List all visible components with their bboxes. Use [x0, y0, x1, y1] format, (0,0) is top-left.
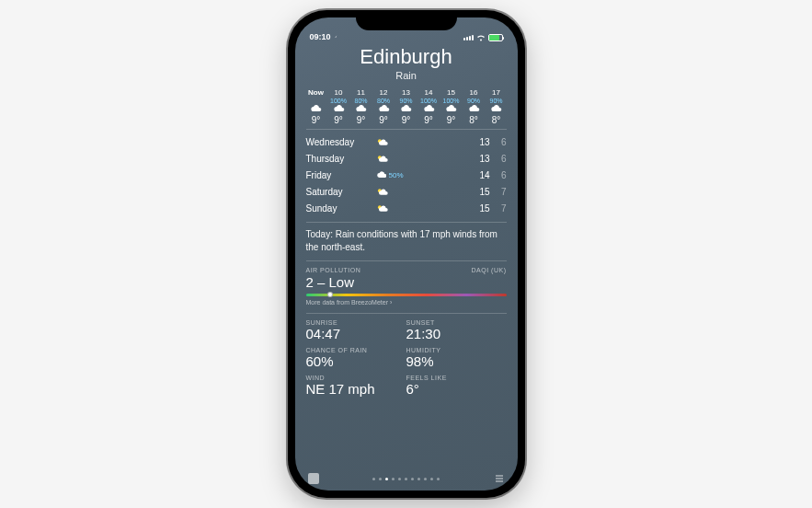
day-low: 6: [490, 170, 507, 180]
weather-icon: [376, 138, 388, 146]
today-summary: Today: Rain conditions with 17 mph winds…: [306, 228, 507, 253]
hour-temp: 9°: [357, 115, 366, 125]
day-name: Saturday: [306, 187, 376, 197]
hourly-item: 1390%9°: [396, 88, 417, 125]
aq-more-link[interactable]: More data from BreezoMeter ›: [306, 299, 507, 306]
hour-temp: 9°: [447, 115, 456, 125]
metric-wind: WIND NE 17 mph: [306, 375, 406, 397]
day-icon: 50%: [376, 171, 404, 179]
page-dot[interactable]: [385, 478, 388, 480]
page-dots[interactable]: [372, 478, 440, 480]
daily-row: Sunday157: [306, 200, 507, 216]
page-dot[interactable]: [411, 478, 414, 480]
day-high: 15: [472, 187, 490, 197]
metric-label: WIND: [306, 375, 406, 381]
cloud-rain-icon: [400, 105, 412, 113]
daily-forecast[interactable]: Wednesday136Thursday136Friday50%146Satur…: [306, 133, 507, 223]
hourly-item: 1690%8°: [463, 88, 484, 125]
metric-feels-like: FEELS LIKE 6°: [406, 375, 507, 397]
screen: 09:10 Edinburgh Rain Now 9°10100%9°1180%…: [295, 17, 518, 491]
page-dot[interactable]: [417, 478, 420, 480]
cloud-rain-icon: [333, 105, 345, 113]
day-name: Wednesday: [306, 137, 376, 147]
day-icon: [376, 138, 404, 146]
hourly-item: 14100%9°: [418, 88, 439, 125]
location-arrow-icon: [333, 35, 337, 40]
page-dot[interactable]: [430, 478, 433, 480]
condition-text: Rain: [306, 70, 507, 81]
metric-label: SUNRISE: [306, 319, 406, 326]
hour-precip: 90%: [489, 98, 502, 104]
day-icon: [376, 204, 404, 213]
page-dot[interactable]: [392, 478, 395, 480]
page-dot[interactable]: [398, 478, 401, 480]
day-name: Friday: [306, 170, 376, 180]
current-location-dot: [372, 478, 375, 480]
hour-time: 16: [470, 88, 478, 97]
weather-content[interactable]: Edinburgh Rain Now 9°10100%9°1180%9°1280…: [295, 43, 518, 474]
aq-value: 2 – Low: [306, 274, 507, 290]
day-low: 6: [490, 137, 507, 147]
day-low: 7: [490, 203, 507, 214]
hour-time: 12: [380, 88, 388, 97]
cloud-rain-icon: [490, 105, 502, 113]
hourly-item: Now 9°: [306, 88, 326, 125]
page-dot[interactable]: [405, 478, 407, 480]
hour-precip: 90%: [467, 98, 480, 104]
metric-value: NE 17 mph: [306, 381, 406, 397]
daily-row: Saturday157: [306, 183, 507, 200]
wifi-icon: [476, 34, 486, 41]
metric-label: FEELS LIKE: [406, 375, 507, 381]
day-low: 6: [490, 154, 507, 164]
hour-time: 13: [402, 88, 410, 97]
hour-precip: 80%: [354, 98, 367, 104]
metric-chance-of-rain: CHANCE OF RAIN 60%: [306, 347, 406, 369]
cloud-rain-icon: [355, 105, 367, 113]
hour-time: 10: [335, 88, 343, 97]
svg-rect-4: [308, 473, 319, 484]
hour-temp: 9°: [334, 115, 343, 125]
hour-time: 14: [425, 88, 433, 97]
day-icon: [376, 155, 404, 163]
page-dot[interactable]: [379, 478, 382, 480]
aq-label: AIR POLLUTION: [306, 267, 361, 273]
status-right: [463, 34, 503, 41]
weather-channel-button[interactable]: [308, 473, 319, 484]
metrics-grid: SUNRISE 04:47 SUNSET 21:30 CHANCE OF RAI…: [306, 313, 507, 397]
daily-row: Friday50%146: [306, 167, 507, 183]
page-dot[interactable]: [424, 478, 427, 480]
metric-humidity: HUMIDITY 98%: [406, 347, 507, 369]
status-time: 09:10: [310, 32, 341, 41]
day-icon: [376, 188, 404, 196]
hour-time: 17: [492, 88, 500, 97]
aq-marker: [327, 292, 333, 297]
locations-list-button[interactable]: [494, 473, 505, 484]
daily-row: Thursday136: [306, 150, 507, 167]
hour-precip: 100%: [330, 98, 347, 104]
metric-value: 98%: [406, 353, 507, 369]
weather-icon: [376, 155, 388, 163]
hourly-item: 15100%9°: [441, 88, 462, 125]
weather-icon: [376, 171, 387, 179]
phone-frame: 09:10 Edinburgh Rain Now 9°10100%9°1180%…: [288, 10, 525, 498]
metric-label: HUMIDITY: [406, 347, 507, 353]
metric-value: 6°: [406, 381, 507, 397]
day-precip: 50%: [388, 171, 403, 179]
aq-standard: DAQI (UK): [472, 267, 507, 273]
metric-value: 04:47: [306, 326, 406, 341]
cloud-rain-icon: [378, 105, 390, 113]
battery-icon: [488, 34, 503, 41]
day-high: 13: [472, 137, 490, 147]
cloud-rain-icon: [468, 105, 480, 113]
air-quality-block[interactable]: AIR POLLUTION DAQI (UK) 2 – Low More dat…: [306, 260, 507, 306]
location-header: Edinburgh Rain: [306, 45, 507, 81]
metric-value: 60%: [306, 353, 406, 369]
day-name: Thursday: [306, 154, 376, 164]
metric-label: SUNSET: [406, 319, 507, 326]
hour-precip: 80%: [377, 98, 390, 104]
weather-icon: [376, 204, 388, 213]
hourly-forecast[interactable]: Now 9°10100%9°1180%9°1280%9°1390%9°14100…: [306, 88, 507, 130]
page-dot[interactable]: [437, 478, 440, 480]
metric-label: CHANCE OF RAIN: [306, 347, 406, 353]
hour-temp: 9°: [379, 115, 388, 125]
